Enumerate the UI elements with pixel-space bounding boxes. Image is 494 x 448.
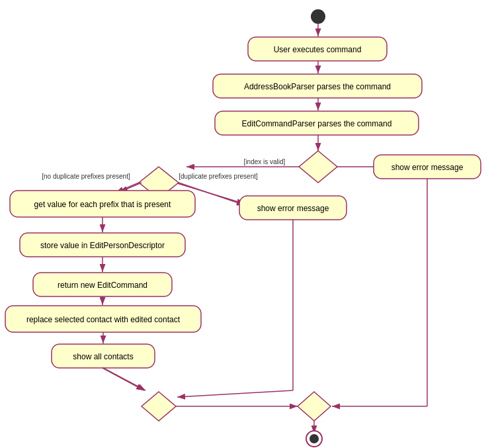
edit-parser-label: EditCommandParser parses the command [242,119,392,128]
end-inner [309,434,319,443]
no-duplicate-label: [no duplicate prefixes present] [42,173,130,180]
return-edit-label: return new EditCommand [58,281,147,290]
merge-diamond-1 [142,392,176,421]
show-error-mid-label: show error message [257,204,329,213]
get-value-label: get value for each prefix that is presen… [34,200,171,209]
show-contacts-label: show all contacts [73,352,133,361]
merge-diamond-2 [298,392,331,421]
arrow-mid-error-merge [177,390,293,397]
show-error-right-label: show error message [391,163,464,172]
index-diamond [299,151,337,183]
replace-contact-label: replace selected contact with edited con… [26,315,181,324]
addressbook-parser-label: AddressBookParser parses the command [244,82,391,91]
store-value-label: store value in EditPersonDescriptor [40,241,165,250]
start-node [311,9,325,24]
index-valid-label: [index is valid] [244,158,286,165]
user-executes-label: User executes command [274,45,362,54]
arrow-show-merge1b [103,368,144,390]
duplicate-label: [duplicate prefixes present] [179,173,258,180]
